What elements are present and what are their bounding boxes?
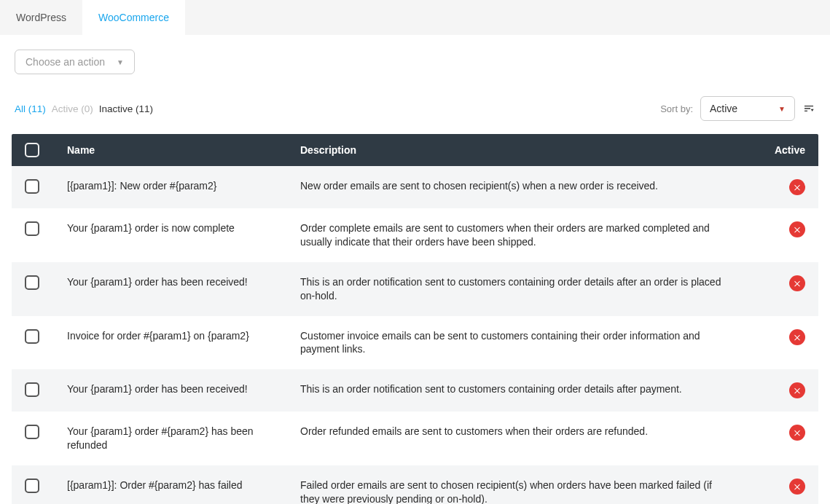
col-description: Description: [300, 144, 740, 156]
row-description: Order complete emails are sent to custom…: [300, 221, 740, 249]
main-tabs: WordPress WooCommerce: [0, 0, 830, 35]
tab-woocommerce[interactable]: WooCommerce: [82, 0, 185, 35]
table-row[interactable]: Invoice for order #{param1} on {param2}C…: [12, 316, 818, 370]
table-header: Name Description Active: [12, 134, 818, 166]
sort-area: Sort by: Active ▼: [660, 96, 815, 121]
row-checkbox[interactable]: [25, 382, 39, 397]
row-name: Your {param1} order is now complete: [67, 221, 300, 235]
inactive-status-icon[interactable]: [789, 275, 805, 291]
row-checkbox[interactable]: [25, 221, 39, 236]
action-select[interactable]: Choose an action ▼: [15, 50, 135, 74]
toolbar: Choose an action ▼: [12, 35, 818, 86]
sort-select-value: Active: [710, 103, 737, 114]
table-row[interactable]: Your {param1} order has been received!Th…: [12, 369, 818, 412]
chevron-down-icon: ▼: [117, 58, 124, 66]
inactive-status-icon[interactable]: [789, 221, 805, 237]
sort-direction-icon[interactable]: [802, 102, 815, 115]
inactive-status-icon[interactable]: [789, 382, 805, 398]
action-select-label: Choose an action: [26, 56, 105, 68]
sort-label: Sort by:: [660, 103, 693, 114]
row-description: New order emails are sent to chosen reci…: [300, 179, 740, 193]
filter-row: All (11) Active (0) Inactive (11) Sort b…: [12, 86, 818, 134]
sort-select[interactable]: Active ▼: [700, 96, 795, 121]
inactive-status-icon[interactable]: [789, 179, 805, 195]
row-name: Your {param1} order #{param2} has been r…: [67, 425, 300, 452]
row-checkbox[interactable]: [25, 329, 39, 344]
row-name: [{param1}]: Order #{param2} has failed: [67, 479, 300, 492]
row-checkbox[interactable]: [25, 275, 39, 290]
row-name: Your {param1} order has been received!: [67, 275, 300, 289]
emails-table: Name Description Active [{param1}]: New …: [12, 134, 818, 504]
table-row[interactable]: Your {param1} order is now completeOrder…: [12, 208, 818, 262]
row-description: Failed order emails are sent to chosen r…: [300, 479, 740, 504]
row-description: Customer invoice emails can be sent to c…: [300, 329, 740, 357]
row-name: [{param1}]: New order #{param2}: [67, 179, 300, 193]
col-active: Active: [740, 144, 805, 156]
select-all-checkbox[interactable]: [25, 143, 39, 157]
status-filters: All (11) Active (0) Inactive (11): [15, 103, 153, 114]
table-row[interactable]: Your {param1} order has been received!Th…: [12, 262, 818, 316]
row-description: Order refunded emails are sent to custom…: [300, 425, 740, 438]
row-description: This is an order notification sent to cu…: [300, 275, 740, 303]
table-row[interactable]: [{param1}]: New order #{param2}New order…: [12, 166, 818, 208]
row-checkbox[interactable]: [25, 179, 39, 194]
filter-inactive[interactable]: Inactive (11): [99, 103, 153, 114]
filter-active[interactable]: Active (0): [52, 103, 93, 114]
table-row[interactable]: Your {param1} order #{param2} has been r…: [12, 412, 818, 465]
inactive-status-icon[interactable]: [789, 425, 805, 441]
row-checkbox[interactable]: [25, 479, 39, 493]
row-name: Invoice for order #{param1} on {param2}: [67, 329, 300, 343]
tab-wordpress[interactable]: WordPress: [0, 0, 82, 35]
row-checkbox[interactable]: [25, 425, 39, 439]
inactive-status-icon[interactable]: [789, 479, 805, 495]
inactive-status-icon[interactable]: [789, 329, 805, 345]
table-row[interactable]: [{param1}]: Order #{param2} has failedFa…: [12, 465, 818, 504]
filter-all[interactable]: All (11): [15, 103, 46, 114]
row-description: This is an order notification sent to cu…: [300, 382, 740, 396]
chevron-down-icon: ▼: [778, 105, 786, 113]
row-name: Your {param1} order has been received!: [67, 382, 300, 396]
col-name: Name: [67, 144, 300, 156]
